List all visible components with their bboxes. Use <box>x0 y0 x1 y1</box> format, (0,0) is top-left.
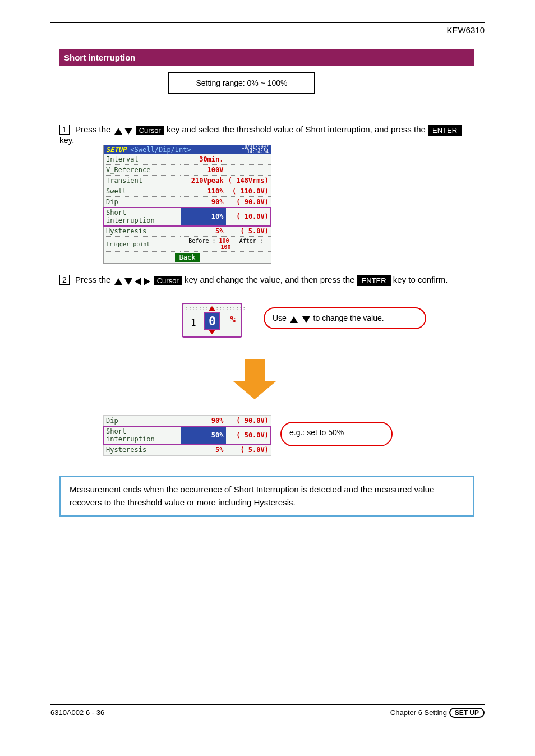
table-row: Interval30min. <box>104 154 271 165</box>
digit-down-icon[interactable] <box>209 330 215 334</box>
callout-change-value: Use to change the value. <box>264 307 426 329</box>
enter-key-label-2: ENTER <box>357 275 391 286</box>
step1-mid: key and select the threshold value of Sh… <box>167 125 426 134</box>
digit-up-icon[interactable] <box>209 306 215 311</box>
cursor-key-label-2: Cursor <box>154 276 182 285</box>
digit-selected[interactable]: 0 <box>204 312 220 330</box>
step1-prefix: Press the <box>75 125 110 134</box>
section-banner: Short interruption <box>59 49 474 66</box>
step-number-2: 2 <box>59 275 70 285</box>
table-row: Hysteresis5%( 5.0V) <box>104 445 271 455</box>
back-button[interactable]: Back <box>175 253 200 262</box>
step2-suffix: key to confirm. <box>393 275 448 284</box>
step1-suffix: key. <box>59 135 74 145</box>
callout-example-50: e.g.: set to 50% <box>280 422 393 446</box>
screenshot1-table: Interval30min.V_Reference100VTransient21… <box>104 154 271 263</box>
step2-prefix: Press the <box>75 275 110 284</box>
step-1: 1 Press the Cursor key and select the th… <box>59 125 474 145</box>
table-row: Short interruption10%( 10.0V) <box>104 208 271 226</box>
device-screenshot-2: Dip90%( 90.0V)Short interruption50%( 50.… <box>103 415 271 456</box>
table-row: V_Reference100V <box>104 165 271 176</box>
step-number-1: 1 <box>59 125 70 135</box>
updown-inline-icons <box>289 314 311 324</box>
info-note-box: Measurement ends when the occurrence of … <box>59 476 474 517</box>
trigger-point-row: Trigger point Before : 100 After : 100 <box>104 237 271 252</box>
table-row: Transient210Vpeak( 148Vrms) <box>104 176 271 186</box>
screenshot2-table: Dip90%( 90.0V)Short interruption50%( 50.… <box>104 416 271 455</box>
table-row: Swell110%( 110.0V) <box>104 186 271 197</box>
page-footer: 6310A002 6 - 36 Chapter 6 Setting SET UP <box>50 704 485 717</box>
table-row: Short interruption50%( 50.0V) <box>104 426 271 445</box>
setting-range-box: Setting range: 0% ~ 100% <box>168 72 315 94</box>
setup-pill-icon: SET UP <box>449 708 485 718</box>
table-row: Hysteresis5%( 5.0V) <box>104 226 271 237</box>
digit-tens: 1 <box>191 317 196 328</box>
step-2: 2 Press the Cursor key and change the va… <box>59 275 474 285</box>
device-screenshot-1: SETUP <Swell/Dip/Int> 10/31/200714:34:54… <box>103 145 271 264</box>
table-row: Dip90%( 90.0V) <box>104 197 271 208</box>
footer-left: 6310A002 6 - 36 <box>50 708 104 717</box>
cursor-up-down-icon <box>113 126 133 135</box>
enter-key-label: ENTER <box>428 125 462 136</box>
back-button-row: Back <box>104 252 271 264</box>
cursor-key-label: Cursor <box>136 126 164 135</box>
page-header: KEW6310 <box>50 22 485 35</box>
screenshot1-titlebar: SETUP <Swell/Dip/Int> 10/31/200714:34:54 <box>104 145 271 154</box>
step2-mid: key and change the value, and then press… <box>185 275 355 284</box>
percent-symbol: % <box>230 314 236 325</box>
digit-edit-popup: :::::::::::::::::: 1 0 % <box>182 303 242 338</box>
table-row: Dip90%( 90.0V) <box>104 416 271 426</box>
cursor-all-icons <box>113 276 151 285</box>
footer-right: Chapter 6 Setting SET UP <box>390 708 485 717</box>
